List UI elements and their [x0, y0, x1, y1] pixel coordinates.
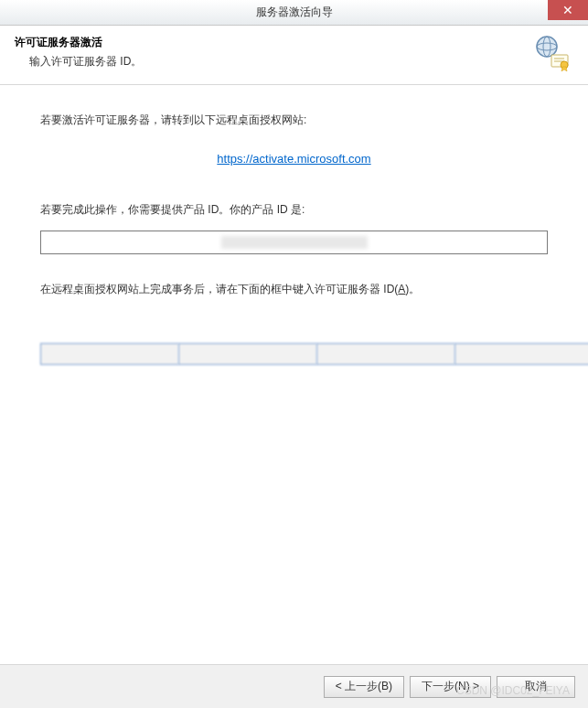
wizard-header: 许可证服务器激活 输入许可证服务器 ID。 — [0, 26, 588, 85]
close-button[interactable]: ✕ — [548, 0, 588, 20]
wizard-footer: < 上一步(B) 下一步(N) > 取消 — [0, 664, 588, 708]
certificate-icon — [533, 35, 570, 71]
product-id-value — [221, 236, 368, 249]
wizard-content: 若要激活许可证服务器，请转到以下远程桌面授权网站: https://activa… — [0, 85, 588, 383]
page-subtitle: 输入许可证服务器 ID。 — [15, 54, 526, 70]
close-icon: ✕ — [562, 3, 573, 17]
cancel-button[interactable]: 取消 — [497, 676, 575, 698]
product-id-display — [40, 231, 548, 254]
license-id-field-1[interactable] — [40, 343, 178, 365]
window-title: 服务器激活向导 — [256, 5, 333, 20]
page-title: 许可证服务器激活 — [15, 35, 526, 50]
instruction-text-2: 在远程桌面授权网站上完成事务后，请在下面的框中键入许可证服务器 ID(A)。 — [40, 282, 548, 297]
product-id-label: 若要完成此操作，你需要提供产品 ID。你的产品 ID 是: — [40, 202, 548, 218]
svg-point-0 — [537, 37, 557, 57]
activation-link[interactable]: https://activate.microsoft.com — [217, 152, 370, 166]
license-id-field-3[interactable] — [316, 343, 454, 365]
back-button[interactable]: < 上一步(B) — [324, 676, 404, 698]
next-button[interactable]: 下一步(N) > — [410, 676, 491, 698]
license-id-field-2[interactable] — [178, 343, 316, 365]
title-bar: 服务器激活向导 ✕ — [0, 0, 588, 26]
link-row: https://activate.microsoft.com — [40, 152, 548, 166]
license-id-input-group — [40, 343, 548, 365]
license-id-field-4[interactable] — [454, 343, 588, 365]
instruction-text-1: 若要激活许可证服务器，请转到以下远程桌面授权网站: — [40, 113, 548, 128]
